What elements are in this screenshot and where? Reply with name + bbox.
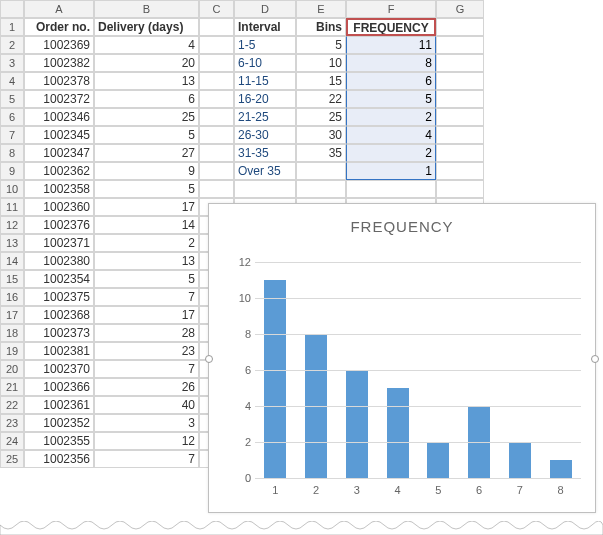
row-header-2[interactable]: 2 xyxy=(0,36,24,54)
cell-B20[interactable]: 7 xyxy=(94,360,199,378)
col-header-F[interactable]: F xyxy=(346,0,436,18)
bar-4[interactable] xyxy=(387,388,409,478)
cell-B7[interactable]: 5 xyxy=(94,126,199,144)
row-header-11[interactable]: 11 xyxy=(0,198,24,216)
row-header-4[interactable]: 4 xyxy=(0,72,24,90)
row-header-15[interactable]: 15 xyxy=(0,270,24,288)
cell-C4[interactable] xyxy=(199,72,234,90)
frequency-header[interactable]: FREQUENCY xyxy=(346,18,436,36)
row-header-18[interactable]: 18 xyxy=(0,324,24,342)
cell-F2[interactable]: 11 xyxy=(346,36,436,54)
cell-E4[interactable]: 15 xyxy=(296,72,346,90)
col-header-E[interactable]: E xyxy=(296,0,346,18)
row-header-8[interactable]: 8 xyxy=(0,144,24,162)
row-header-1[interactable]: 1 xyxy=(0,18,24,36)
cell-A5[interactable]: 1002372 xyxy=(24,90,94,108)
cell-C6[interactable] xyxy=(199,108,234,126)
cell-B1[interactable]: Delivery (days) xyxy=(94,18,199,36)
cell-C2[interactable] xyxy=(199,36,234,54)
cell-A16[interactable]: 1002375 xyxy=(24,288,94,306)
bar-3[interactable] xyxy=(346,370,368,478)
cell-F5[interactable]: 5 xyxy=(346,90,436,108)
cell-D2[interactable]: 1-5 xyxy=(234,36,296,54)
cell-B12[interactable]: 14 xyxy=(94,216,199,234)
row-header-9[interactable]: 9 xyxy=(0,162,24,180)
cell-B3[interactable]: 20 xyxy=(94,54,199,72)
row-header-5[interactable]: 5 xyxy=(0,90,24,108)
row-header-7[interactable]: 7 xyxy=(0,126,24,144)
cell-B9[interactable]: 9 xyxy=(94,162,199,180)
cell-E6[interactable]: 25 xyxy=(296,108,346,126)
cell-E10[interactable] xyxy=(296,180,346,198)
cell-C3[interactable] xyxy=(199,54,234,72)
cell-B17[interactable]: 17 xyxy=(94,306,199,324)
row-header-3[interactable]: 3 xyxy=(0,54,24,72)
bar-1[interactable] xyxy=(264,280,286,478)
cell-B21[interactable]: 26 xyxy=(94,378,199,396)
cell-D4[interactable]: 11-15 xyxy=(234,72,296,90)
cell-A23[interactable]: 1002352 xyxy=(24,414,94,432)
cell-A7[interactable]: 1002345 xyxy=(24,126,94,144)
row-header-13[interactable]: 13 xyxy=(0,234,24,252)
row-header-24[interactable]: 24 xyxy=(0,432,24,450)
row-header-6[interactable]: 6 xyxy=(0,108,24,126)
cell-F8[interactable]: 2 xyxy=(346,144,436,162)
cell-C5[interactable] xyxy=(199,90,234,108)
row-header-14[interactable]: 14 xyxy=(0,252,24,270)
cell-B15[interactable]: 5 xyxy=(94,270,199,288)
cell-A24[interactable]: 1002355 xyxy=(24,432,94,450)
cell-E8[interactable]: 35 xyxy=(296,144,346,162)
cell-C7[interactable] xyxy=(199,126,234,144)
cell-E5[interactable]: 22 xyxy=(296,90,346,108)
cell-A22[interactable]: 1002361 xyxy=(24,396,94,414)
cell-A4[interactable]: 1002378 xyxy=(24,72,94,90)
bar-8[interactable] xyxy=(550,460,572,478)
cell-G5[interactable] xyxy=(436,90,484,108)
cell-A2[interactable]: 1002369 xyxy=(24,36,94,54)
cell-C9[interactable] xyxy=(199,162,234,180)
cell-G8[interactable] xyxy=(436,144,484,162)
row-header-16[interactable]: 16 xyxy=(0,288,24,306)
cell-B11[interactable]: 17 xyxy=(94,198,199,216)
cell-C8[interactable] xyxy=(199,144,234,162)
cell-E1[interactable]: Bins xyxy=(296,18,346,36)
cell-G7[interactable] xyxy=(436,126,484,144)
cell-A17[interactable]: 1002368 xyxy=(24,306,94,324)
cell-A20[interactable]: 1002370 xyxy=(24,360,94,378)
cell-C1[interactable] xyxy=(199,18,234,36)
cell-G3[interactable] xyxy=(436,54,484,72)
cell-G6[interactable] xyxy=(436,108,484,126)
col-header-C[interactable]: C xyxy=(199,0,234,18)
col-header-B[interactable]: B xyxy=(94,0,199,18)
cell-G1[interactable] xyxy=(436,18,484,36)
cell-A1[interactable]: Order no. xyxy=(24,18,94,36)
col-header-G[interactable]: G xyxy=(436,0,484,18)
cell-B10[interactable]: 5 xyxy=(94,180,199,198)
cell-B6[interactable]: 25 xyxy=(94,108,199,126)
cell-A18[interactable]: 1002373 xyxy=(24,324,94,342)
cell-D10[interactable] xyxy=(234,180,296,198)
cell-A11[interactable]: 1002360 xyxy=(24,198,94,216)
cell-B5[interactable]: 6 xyxy=(94,90,199,108)
cell-D7[interactable]: 26-30 xyxy=(234,126,296,144)
row-header-21[interactable]: 21 xyxy=(0,378,24,396)
cell-E9[interactable] xyxy=(296,162,346,180)
cell-B24[interactable]: 12 xyxy=(94,432,199,450)
cell-E7[interactable]: 30 xyxy=(296,126,346,144)
cell-A14[interactable]: 1002380 xyxy=(24,252,94,270)
cell-B25[interactable]: 7 xyxy=(94,450,199,468)
cell-E2[interactable]: 5 xyxy=(296,36,346,54)
bar-7[interactable] xyxy=(509,442,531,478)
row-header-19[interactable]: 19 xyxy=(0,342,24,360)
cell-C10[interactable] xyxy=(199,180,234,198)
cell-B19[interactable]: 23 xyxy=(94,342,199,360)
cell-A15[interactable]: 1002354 xyxy=(24,270,94,288)
cell-B14[interactable]: 13 xyxy=(94,252,199,270)
bar-5[interactable] xyxy=(427,442,449,478)
cell-A25[interactable]: 1002356 xyxy=(24,450,94,468)
cell-F10[interactable] xyxy=(346,180,436,198)
cell-B4[interactable]: 13 xyxy=(94,72,199,90)
row-header-22[interactable]: 22 xyxy=(0,396,24,414)
row-header-23[interactable]: 23 xyxy=(0,414,24,432)
cell-G9[interactable] xyxy=(436,162,484,180)
